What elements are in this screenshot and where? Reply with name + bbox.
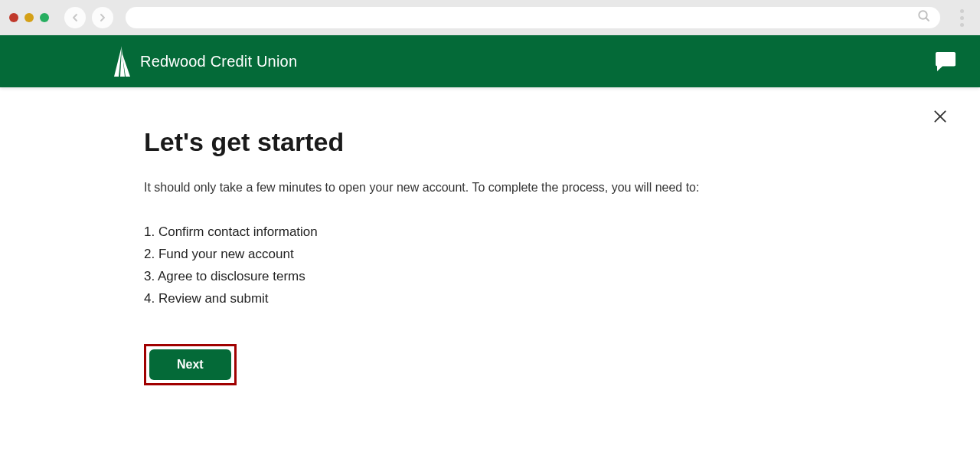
main-content: Let's get started It should only take a …: [0, 87, 980, 385]
brand-name: Redwood Credit Union: [140, 53, 297, 70]
step-item: Fund your new account: [144, 244, 949, 266]
redwood-tree-icon: [111, 46, 132, 77]
arrow-left-icon: [69, 11, 81, 24]
next-button[interactable]: Next: [149, 349, 231, 380]
step-item: Review and submit: [144, 288, 949, 310]
step-item: Agree to disclosure terms: [144, 266, 949, 288]
chat-icon: [934, 51, 957, 72]
intro-text: It should only take a few minutes to ope…: [144, 179, 949, 197]
close-icon: [933, 109, 948, 124]
steps-list: Confirm contact information Fund your ne…: [144, 221, 949, 310]
browser-menu-button[interactable]: [952, 9, 971, 27]
arrow-right-icon: [96, 11, 109, 24]
svg-rect-5: [936, 52, 956, 66]
brand-logo[interactable]: Redwood Credit Union: [111, 46, 297, 77]
browser-back-button[interactable]: [64, 7, 86, 28]
window-minimize-dot[interactable]: [24, 13, 34, 22]
window-controls: [9, 13, 49, 22]
window-close-dot[interactable]: [9, 13, 18, 22]
window-maximize-dot[interactable]: [40, 13, 49, 22]
page-title: Let's get started: [144, 127, 949, 157]
app-header: Redwood Credit Union: [0, 35, 980, 87]
browser-forward-button[interactable]: [92, 7, 113, 28]
step-item: Confirm contact information: [144, 221, 949, 244]
svg-line-1: [926, 18, 929, 21]
chat-button[interactable]: [934, 51, 957, 72]
next-button-highlight: Next: [144, 344, 237, 385]
close-button[interactable]: [933, 109, 948, 127]
browser-chrome: [0, 0, 980, 35]
url-bar[interactable]: [126, 7, 940, 28]
search-icon: [917, 9, 931, 26]
